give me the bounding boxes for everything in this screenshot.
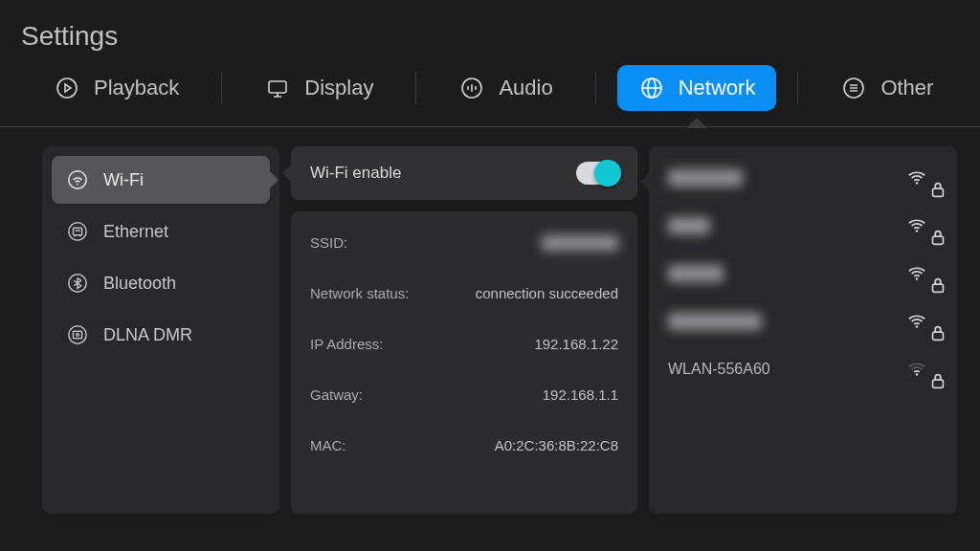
page-title: Settings [0, 0, 980, 65]
svg-point-14 [916, 182, 919, 185]
detail-label: SSID: [310, 234, 347, 251]
detail-row: Gatway:192.168.1.1 [310, 369, 618, 420]
svg-point-8 [69, 223, 86, 240]
tab-label: Display [304, 76, 373, 100]
svg-point-6 [69, 171, 86, 188]
svg-point-22 [916, 373, 919, 376]
detail-value: 192.168.1.1 [543, 386, 618, 403]
svg-rect-12 [73, 331, 81, 338]
tab-audio[interactable]: Audio [437, 65, 573, 111]
tab-network[interactable]: Network [617, 65, 777, 111]
wifi-icon [65, 167, 90, 192]
tab-label: Network [679, 76, 756, 100]
svg-point-0 [57, 78, 77, 98]
tabs-bar: Playback Display Audio Network Other [0, 65, 980, 111]
detail-label: Network status: [310, 285, 409, 301]
wifi-signal-icon [906, 167, 938, 188]
network-name [668, 265, 724, 282]
svg-rect-17 [933, 236, 944, 244]
tab-label: Other [880, 76, 933, 100]
toggle-knob [594, 160, 621, 187]
sidebar-item-label: Wi-Fi [103, 170, 144, 190]
wifi-enable-label: Wi-Fi enable [310, 164, 401, 183]
tab-separator [221, 72, 222, 104]
svg-rect-19 [933, 284, 944, 292]
monitor-icon [264, 75, 291, 101]
network-sidebar: Wi-Fi Ethernet Bluetooth DLNA DMR [42, 146, 279, 514]
detail-value: 192.168.1.22 [534, 336, 618, 352]
wifi-enable-row[interactable]: Wi-Fi enable [291, 146, 637, 200]
wifi-networks-panel: WLAN-556A60 [649, 146, 957, 514]
play-icon [54, 75, 80, 101]
svg-point-13 [77, 334, 79, 337]
audio-icon [458, 75, 485, 101]
tab-separator [415, 72, 416, 104]
sidebar-item-label: DLNA DMR [103, 325, 192, 345]
content-area: Wi-Fi Ethernet Bluetooth DLNA DMR Wi-Fi … [0, 127, 980, 533]
detail-label: MAC: [310, 437, 346, 453]
network-item[interactable] [666, 250, 940, 298]
svg-point-16 [916, 230, 919, 232]
wifi-signal-icon [906, 263, 938, 284]
network-name: WLAN-556A60 [668, 361, 770, 378]
svg-point-7 [77, 184, 78, 186]
network-item[interactable] [666, 202, 940, 250]
network-item[interactable] [666, 154, 940, 202]
globe-icon [638, 75, 665, 101]
menu-icon [840, 75, 867, 101]
svg-rect-1 [269, 81, 286, 93]
detail-label: Gatway: [310, 386, 363, 403]
sidebar-item-bluetooth[interactable]: Bluetooth [52, 259, 270, 307]
tab-other[interactable]: Other [819, 65, 954, 111]
detail-row: MAC:A0:2C:36:8B:22:C8 [310, 420, 618, 471]
tab-display[interactable]: Display [243, 65, 394, 111]
tab-playback[interactable]: Playback [33, 65, 200, 111]
wifi-signal-icon [906, 359, 938, 380]
lock-icon [927, 322, 936, 331]
wifi-enable-toggle[interactable] [576, 162, 618, 185]
svg-point-11 [69, 326, 86, 343]
bluetooth-icon [65, 271, 90, 296]
sidebar-item-dlna[interactable]: DLNA DMR [52, 311, 270, 359]
wifi-signal-icon [906, 215, 938, 236]
svg-rect-9 [73, 228, 81, 234]
wifi-signal-icon [906, 311, 938, 332]
detail-value: connection succeeded [476, 285, 618, 301]
pointer-notch [640, 172, 650, 191]
detail-row: IP Address:192.168.1.22 [310, 319, 618, 369]
wifi-details-panel: SSID:Network status:connection succeeded… [291, 211, 637, 514]
ethernet-icon [65, 219, 90, 244]
svg-point-20 [916, 325, 919, 328]
network-name [668, 217, 710, 234]
lock-icon [927, 370, 936, 379]
sidebar-item-wifi[interactable]: Wi-Fi [52, 156, 270, 204]
detail-label: IP Address: [310, 336, 383, 352]
pointer-notch [282, 164, 292, 183]
lock-icon [927, 179, 936, 187]
detail-row: SSID: [310, 217, 618, 268]
svg-point-18 [916, 277, 919, 280]
network-name [668, 313, 762, 330]
detail-value: A0:2C:36:8B:22:C8 [495, 437, 618, 453]
wifi-middle-column: Wi-Fi enable SSID:Network status:connect… [291, 146, 637, 514]
svg-rect-21 [933, 332, 944, 340]
sidebar-item-label: Ethernet [103, 222, 168, 242]
detail-row: Network status:connection succeeded [310, 268, 618, 319]
detail-value [542, 235, 618, 251]
tab-label: Audio [499, 76, 552, 100]
lock-icon [927, 227, 936, 235]
tab-label: Playback [94, 76, 179, 100]
network-item[interactable]: WLAN-556A60 [666, 345, 940, 393]
dlna-icon [65, 322, 90, 347]
tab-separator [797, 72, 798, 104]
sidebar-item-ethernet[interactable]: Ethernet [52, 208, 270, 255]
selection-notch [269, 170, 278, 189]
active-tab-pointer [687, 118, 706, 127]
svg-rect-23 [933, 380, 944, 387]
network-name [668, 169, 743, 187]
tab-separator [595, 72, 596, 104]
svg-rect-15 [933, 188, 944, 196]
network-item[interactable] [666, 298, 940, 345]
sidebar-item-label: Bluetooth [103, 274, 176, 294]
lock-icon [927, 275, 936, 283]
